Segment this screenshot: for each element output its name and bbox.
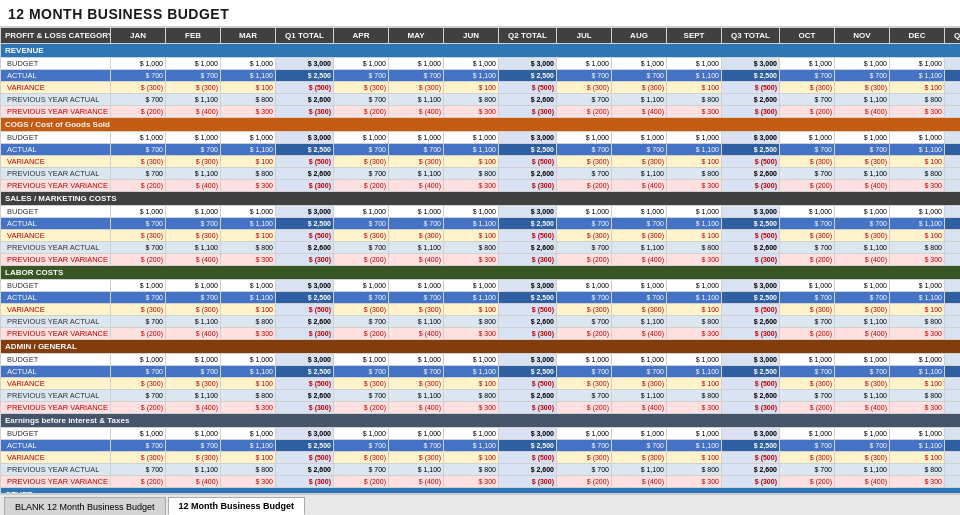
tab-blank[interactable]: BLANK 12 Month Business Budget xyxy=(4,497,166,515)
cell: $ 700 xyxy=(389,218,444,230)
cell: $ 2,500 xyxy=(945,292,961,304)
cell: $ 100 xyxy=(444,452,499,464)
cell: $ (300) xyxy=(612,378,667,390)
cell: $ (500) xyxy=(276,378,334,390)
cell: $ 300 xyxy=(890,254,945,266)
cell: $ 1,100 xyxy=(444,292,499,304)
cell: $ 1,000 xyxy=(389,206,444,218)
cell: $ 700 xyxy=(557,366,612,378)
cell: $ 1,000 xyxy=(835,206,890,218)
cell: $ 1,000 xyxy=(557,58,612,70)
tab-active[interactable]: 12 Month Business Budget xyxy=(168,497,306,515)
cell: $ 800 xyxy=(890,464,945,476)
cell: $ 1,000 xyxy=(444,206,499,218)
cell: $ 1,000 xyxy=(780,280,835,292)
cell: $ 1,000 xyxy=(667,132,722,144)
data-row: VARIANCE$ (300)$ (300)$ 100$ (500)$ (300… xyxy=(1,452,961,464)
cell: $ 2,500 xyxy=(499,440,557,452)
section-header-row: ADMIN / GENERAL xyxy=(1,340,961,354)
cell: $ (300) xyxy=(166,304,221,316)
cell: $ 700 xyxy=(780,316,835,328)
data-row: PREVIOUS YEAR ACTUAL$ 700$ 1,100$ 800$ 2… xyxy=(1,168,961,180)
cell: $ 2,500 xyxy=(945,366,961,378)
cell: $ 3,000 xyxy=(722,354,780,366)
cell: $ 700 xyxy=(780,292,835,304)
cell: $ 1,000 xyxy=(166,354,221,366)
cell: $ 700 xyxy=(389,366,444,378)
col-header-jul: JUL xyxy=(557,28,612,44)
cell: $ (300) xyxy=(780,304,835,316)
cell: $ 3,000 xyxy=(276,206,334,218)
cell: $ 1,100 xyxy=(166,94,221,106)
cell: $ (300) xyxy=(111,230,166,242)
cell: $ 700 xyxy=(557,316,612,328)
cell: $ 2,500 xyxy=(276,218,334,230)
spreadsheet-container[interactable]: PROFIT & LOSS CATEGORY JAN FEB MAR Q1 TO… xyxy=(0,26,960,493)
cell: $ 300 xyxy=(667,106,722,118)
cell: $ 2,600 xyxy=(945,168,961,180)
cell: $ 3,000 xyxy=(945,58,961,70)
cell: $ 700 xyxy=(557,292,612,304)
cell: $ 700 xyxy=(334,70,389,82)
cell: $ 1,000 xyxy=(890,428,945,440)
cell: $ 1,100 xyxy=(890,440,945,452)
cell: $ 800 xyxy=(890,390,945,402)
cell: $ 700 xyxy=(389,292,444,304)
cell: $ (300) xyxy=(557,452,612,464)
cell: $ 300 xyxy=(221,402,276,414)
cell: $ (500) xyxy=(722,156,780,168)
cell: $ 800 xyxy=(890,94,945,106)
cell: $ 1,100 xyxy=(667,70,722,82)
cell: $ (300) xyxy=(612,452,667,464)
cell: $ 1,100 xyxy=(221,70,276,82)
cell: $ 100 xyxy=(221,304,276,316)
cell: $ 1,000 xyxy=(221,132,276,144)
cell: $ 800 xyxy=(221,168,276,180)
cell: $ 1,100 xyxy=(389,168,444,180)
cell: $ 2,500 xyxy=(722,292,780,304)
cell: $ (300) xyxy=(612,304,667,316)
cell: $ 700 xyxy=(111,144,166,156)
cell: $ 1,100 xyxy=(221,144,276,156)
cell: $ 300 xyxy=(667,402,722,414)
cell: $ (300) xyxy=(499,328,557,340)
cell: $ (500) xyxy=(945,378,961,390)
cell: $ 800 xyxy=(444,242,499,254)
cell: $ 3,000 xyxy=(276,280,334,292)
cell: $ (300) xyxy=(334,156,389,168)
cell: $ (300) xyxy=(722,180,780,192)
cell: $ (300) xyxy=(334,82,389,94)
cell: $ 2,500 xyxy=(722,218,780,230)
cell: $ 1,000 xyxy=(166,206,221,218)
cell: $ 1,000 xyxy=(835,354,890,366)
cell: $ (300) xyxy=(499,180,557,192)
cell: $ (400) xyxy=(389,402,444,414)
cell: $ (300) xyxy=(389,156,444,168)
cell: $ (300) xyxy=(334,304,389,316)
cell: $ 800 xyxy=(890,242,945,254)
cell: $ 2,600 xyxy=(722,316,780,328)
section-header-row: Earnings before interest & Taxes xyxy=(1,414,961,428)
cell: $ 1,000 xyxy=(444,280,499,292)
cell: $ 2,600 xyxy=(945,390,961,402)
cell: $ 1,100 xyxy=(890,366,945,378)
col-header-nov: NOV xyxy=(835,28,890,44)
cell: $ 1,000 xyxy=(221,354,276,366)
data-row: BUDGET$ 1,000$ 1,000$ 1,000$ 3,000$ 1,00… xyxy=(1,132,961,144)
cell: $ (400) xyxy=(612,254,667,266)
cell: $ (300) xyxy=(945,476,961,488)
cell: $ 3,000 xyxy=(945,428,961,440)
cell: $ (300) xyxy=(557,230,612,242)
cell: $ 2,500 xyxy=(499,292,557,304)
cell: $ (300) xyxy=(780,452,835,464)
row-label: PREVIOUS YEAR VARIANCE xyxy=(1,476,111,488)
cell: $ 700 xyxy=(835,440,890,452)
col-header-aug: AUG xyxy=(612,28,667,44)
cell: $ 700 xyxy=(166,366,221,378)
cell: $ (300) xyxy=(276,402,334,414)
cell: $ 1,000 xyxy=(111,132,166,144)
cell: $ (300) xyxy=(557,156,612,168)
cell: $ 100 xyxy=(667,156,722,168)
data-row: BUDGET$ 1,000$ 1,000$ 1,000$ 3,000$ 1,00… xyxy=(1,354,961,366)
cell: $ 1,000 xyxy=(667,206,722,218)
